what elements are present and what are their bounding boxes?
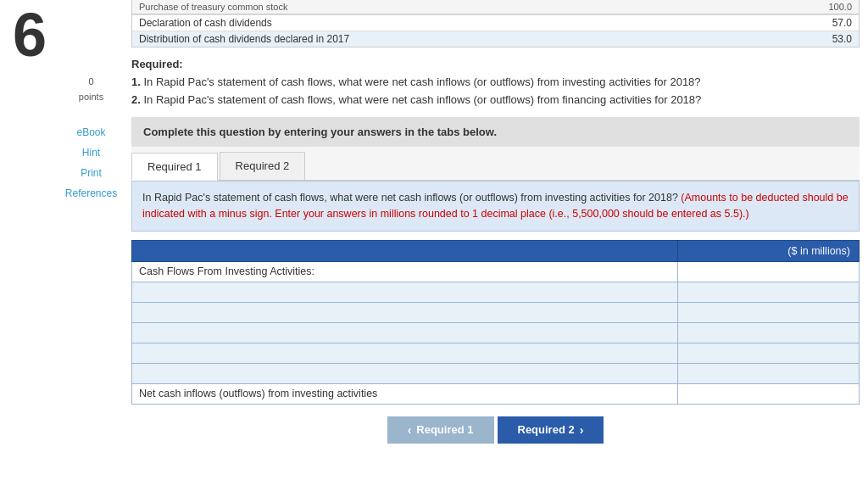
tabs-container: Required 1 Required 2 <box>131 147 860 181</box>
tab-required-2[interactable]: Required 2 <box>220 152 306 180</box>
input-value-3[interactable] <box>677 322 860 343</box>
prev-arrow-icon: ‹ <box>408 423 412 437</box>
input-label-3[interactable] <box>132 322 678 343</box>
section-header-row: Cash Flows From Investing Activities: <box>132 261 860 282</box>
input-label-1[interactable] <box>132 282 678 302</box>
input-label-4[interactable] <box>132 343 678 363</box>
next-button-label: Required 2 <box>518 423 575 436</box>
sidebar-item-ebook[interactable]: eBook <box>76 125 105 140</box>
info-box: In Rapid Pac's statement of cash flows, … <box>131 181 860 232</box>
investing-activities-table: ($ in millions) Cash Flows From Investin… <box>131 240 860 405</box>
sidebar-item-references[interactable]: References <box>65 186 117 201</box>
total-row: Net cash inflows (outflows) from investi… <box>132 383 860 404</box>
input-value-field-3[interactable] <box>685 327 853 338</box>
points-text: points <box>79 92 103 102</box>
sidebar-item-hint[interactable]: Hint <box>82 145 100 160</box>
sidebar-item-print[interactable]: Print <box>81 165 102 181</box>
input-value-5[interactable] <box>677 363 860 383</box>
total-value-field[interactable] <box>685 388 853 399</box>
prev-button-label: Required 1 <box>416 423 473 436</box>
input-label-field-4[interactable] <box>139 347 670 359</box>
top-stub-table: Purchase of treasury common stock 100.0 … <box>131 0 860 47</box>
stub-value: 100.0 <box>828 2 852 12</box>
input-label-2[interactable] <box>132 302 678 322</box>
input-label-field-1[interactable] <box>139 286 670 298</box>
points-value: 0 <box>88 76 93 87</box>
tab-required-2-label: Required 2 <box>236 159 290 172</box>
input-label-field-3[interactable] <box>139 327 670 338</box>
table-header-value: ($ in millions) <box>677 240 860 261</box>
prev-button[interactable]: ‹ Required 1 <box>387 416 494 444</box>
input-value-field-1[interactable] <box>685 286 853 298</box>
input-value-field-5[interactable] <box>685 367 853 379</box>
main-content: Purchase of treasury common stock 100.0 … <box>123 0 868 497</box>
required-section: Required: 1. In Rapid Pac's statement of… <box>131 56 860 109</box>
section-header-value <box>677 261 860 282</box>
row-label: Distribution of cash dividends declared … <box>139 33 349 45</box>
question-number: 6 <box>13 4 47 65</box>
input-row-1 <box>132 282 860 302</box>
input-value-field-2[interactable] <box>685 306 853 318</box>
table-row: Distribution of cash dividends declared … <box>132 31 859 47</box>
row-value: 53.0 <box>832 33 852 45</box>
tab-required-1[interactable]: Required 1 <box>131 153 218 181</box>
required-item-1: 1. In Rapid Pac's statement of cash flow… <box>131 75 701 88</box>
tab-required-1-label: Required 1 <box>147 160 202 173</box>
section-header-label: Cash Flows From Investing Activities: <box>132 261 678 282</box>
next-button[interactable]: Required 2 › <box>498 416 604 444</box>
input-row-3 <box>132 322 860 343</box>
input-row-5 <box>132 363 860 383</box>
row-value: 57.0 <box>832 17 852 29</box>
input-label-field-5[interactable] <box>139 367 670 379</box>
total-value[interactable] <box>677 383 860 404</box>
question-number-panel: 6 <box>0 0 59 497</box>
bottom-nav: ‹ Required 1 Required 2 › <box>131 416 860 444</box>
input-value-4[interactable] <box>677 343 860 363</box>
required-label: Required: <box>131 58 183 70</box>
input-value-field-4[interactable] <box>685 347 853 359</box>
input-value-2[interactable] <box>677 302 860 322</box>
instruction-bar: Complete this question by entering your … <box>131 117 860 147</box>
instruction-text: Complete this question by entering your … <box>143 126 497 138</box>
row-label: Declaration of cash dividends <box>139 17 272 29</box>
info-main-text: In Rapid Pac's statement of cash flows, … <box>142 192 681 204</box>
sidebar: 0 points eBook Hint Print References <box>59 0 123 497</box>
next-arrow-icon: › <box>580 423 584 437</box>
required-item-2: 2. In Rapid Pac's statement of cash flow… <box>131 93 701 106</box>
input-label-field-2[interactable] <box>139 306 670 318</box>
table-header-empty <box>132 240 678 261</box>
input-value-1[interactable] <box>677 282 860 302</box>
input-row-4 <box>132 343 860 363</box>
total-label: Net cash inflows (outflows) from investi… <box>132 383 678 404</box>
stub-label: Purchase of treasury common stock <box>139 2 287 12</box>
input-label-5[interactable] <box>132 363 678 383</box>
table-row: Declaration of cash dividends 57.0 <box>132 14 859 31</box>
input-row-2 <box>132 302 860 322</box>
stub-header-row: Purchase of treasury common stock 100.0 <box>132 0 859 14</box>
